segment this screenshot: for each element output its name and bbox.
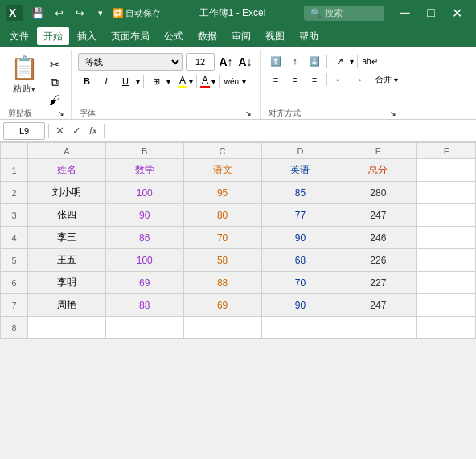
cell-B4[interactable]: 86 — [105, 227, 183, 249]
clipboard-expand[interactable]: ↘ — [58, 109, 64, 117]
rotate-arrow[interactable]: ▾ — [350, 57, 354, 66]
col-header-A[interactable]: A — [27, 143, 105, 159]
formula-input[interactable] — [108, 122, 473, 140]
cell-D7[interactable]: 90 — [261, 294, 339, 317]
menu-insert[interactable]: 插入 — [71, 27, 103, 45]
cell-F7[interactable] — [417, 294, 476, 317]
row-num-4[interactable]: 4 — [1, 227, 28, 249]
row-num-6[interactable]: 6 — [1, 272, 28, 294]
menu-data[interactable]: 数据 — [191, 27, 224, 45]
align-bottom-btn[interactable]: ⬇️ — [306, 53, 323, 69]
indent-more-btn[interactable]: → — [350, 72, 367, 88]
cell-C5[interactable]: 58 — [183, 249, 261, 272]
cell-C7[interactable]: 69 — [183, 294, 261, 317]
cell-F8[interactable] — [417, 317, 476, 339]
align-left-btn[interactable]: ≡ — [267, 72, 285, 88]
font-size-input[interactable] — [186, 53, 215, 71]
cell-F1[interactable] — [417, 159, 476, 182]
cell-E1[interactable]: 总分 — [339, 159, 417, 182]
menu-home[interactable]: 开始 — [37, 27, 69, 45]
italic-button[interactable]: I — [97, 73, 115, 89]
menu-help[interactable]: 帮助 — [293, 27, 325, 45]
align-middle-btn[interactable]: ↕ — [286, 53, 304, 69]
copy-button[interactable]: ⧉ — [43, 74, 66, 90]
cell-B1[interactable]: 数学 — [105, 159, 183, 182]
align-center-btn[interactable]: ≡ — [286, 72, 304, 88]
paste-button[interactable]: 📋 粘贴 ▾ — [6, 53, 42, 96]
cell-D2[interactable]: 85 — [261, 182, 339, 204]
fill-color-btn[interactable]: A — [178, 75, 187, 88]
cell-E6[interactable]: 227 — [339, 272, 417, 294]
row-num-3[interactable]: 3 — [1, 204, 28, 227]
cell-F5[interactable] — [417, 249, 476, 272]
align-top-btn[interactable]: ⬆️ — [267, 53, 285, 69]
formula-confirm-btn[interactable]: ✓ — [69, 124, 84, 138]
cell-E4[interactable]: 246 — [339, 227, 417, 249]
cell-A1[interactable]: 姓名 — [27, 159, 105, 182]
menu-formula[interactable]: 公式 — [158, 27, 190, 45]
font-expand[interactable]: ↘ — [245, 109, 252, 117]
cell-B8[interactable] — [105, 317, 183, 339]
row-num-5[interactable]: 5 — [1, 249, 28, 272]
row-num-7[interactable]: 7 — [1, 294, 28, 317]
align-right-btn[interactable]: ≡ — [306, 72, 323, 88]
cell-A8[interactable] — [27, 317, 105, 339]
strikethrough-arrow[interactable]: ▾ — [242, 77, 246, 86]
undo-button[interactable]: ↩ — [50, 4, 68, 22]
cell-D4[interactable]: 90 — [261, 227, 339, 249]
cell-C4[interactable]: 70 — [183, 227, 261, 249]
rotate-text-btn[interactable]: ↗ — [330, 53, 348, 69]
minimize-button[interactable]: ─ — [392, 0, 418, 26]
search-box[interactable]: 🔍 搜索 — [304, 6, 384, 21]
cell-C6[interactable]: 88 — [183, 272, 261, 294]
col-header-F[interactable]: F — [417, 143, 476, 159]
cell-B5[interactable]: 100 — [105, 249, 183, 272]
font-increase-btn[interactable]: A↑ — [218, 54, 234, 70]
redo-button[interactable]: ↪ — [71, 4, 88, 22]
cell-D3[interactable]: 77 — [261, 204, 339, 227]
cell-D6[interactable]: 70 — [261, 272, 339, 294]
customize-btn[interactable]: ▾ — [92, 4, 109, 22]
cell-F2[interactable] — [417, 182, 476, 204]
col-header-E[interactable]: E — [339, 143, 417, 159]
row-num-2[interactable]: 2 — [1, 182, 28, 204]
cell-A7[interactable]: 周艳 — [27, 294, 105, 317]
cell-D5[interactable]: 68 — [261, 249, 339, 272]
merge-arrow[interactable]: ▾ — [394, 76, 398, 84]
cell-reference-input[interactable]: L9 — [3, 122, 45, 140]
cell-C8[interactable] — [183, 317, 261, 339]
underline-arrow[interactable]: ▾ — [136, 77, 140, 86]
cell-B6[interactable]: 69 — [105, 272, 183, 294]
font-decrease-btn[interactable]: A↓ — [237, 54, 253, 70]
cell-A3[interactable]: 张四 — [27, 204, 105, 227]
cell-B2[interactable]: 100 — [105, 182, 183, 204]
underline-button[interactable]: U — [117, 73, 134, 89]
menu-pagelayout[interactable]: 页面布局 — [105, 27, 156, 45]
cell-D8[interactable] — [261, 317, 339, 339]
menu-file[interactable]: 文件 — [3, 27, 35, 45]
cell-F4[interactable] — [417, 227, 476, 249]
font-color-arrow[interactable]: ▾ — [211, 77, 215, 86]
cut-button[interactable]: ✂ — [43, 56, 66, 72]
cell-B7[interactable]: 88 — [105, 294, 183, 317]
border-arrow[interactable]: ▾ — [166, 77, 170, 86]
font-name-select[interactable]: 等线 — [78, 53, 183, 71]
font-color-btn[interactable]: A — [200, 75, 210, 88]
row-num-1[interactable]: 1 — [1, 159, 28, 182]
wrap-text-btn[interactable]: ab↵ — [361, 53, 379, 69]
indent-less-btn[interactable]: ← — [330, 72, 348, 88]
cell-E7[interactable]: 247 — [339, 294, 417, 317]
cell-C1[interactable]: 语文 — [183, 159, 261, 182]
cell-B3[interactable]: 90 — [105, 204, 183, 227]
col-header-B[interactable]: B — [105, 143, 183, 159]
cell-A4[interactable]: 李三 — [27, 227, 105, 249]
merge-btn[interactable]: 合并 — [375, 72, 392, 88]
cell-A6[interactable]: 李明 — [27, 272, 105, 294]
menu-review[interactable]: 审阅 — [225, 27, 257, 45]
cell-E8[interactable] — [339, 317, 417, 339]
close-button[interactable]: ✕ — [444, 0, 470, 26]
cell-D1[interactable]: 英语 — [261, 159, 339, 182]
restore-button[interactable]: □ — [418, 0, 444, 26]
col-header-D[interactable]: D — [261, 143, 339, 159]
save-button[interactable]: 💾 — [29, 4, 47, 22]
